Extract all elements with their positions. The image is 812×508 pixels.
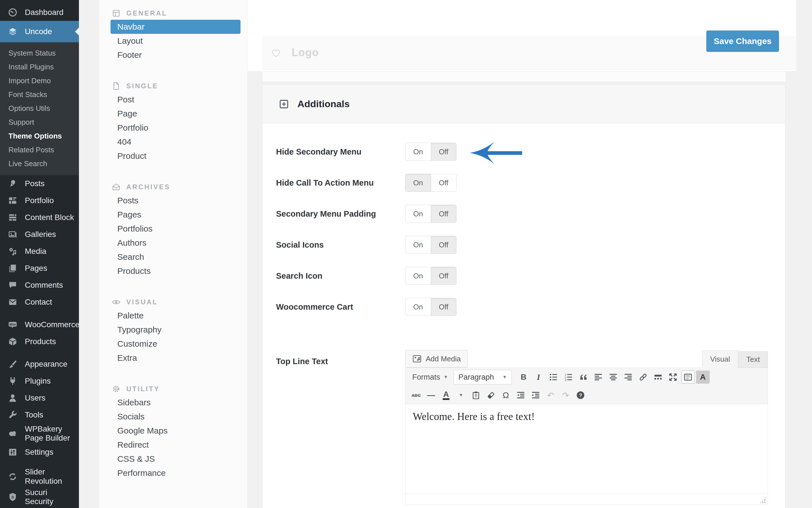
toggle-on-button[interactable]: On	[405, 174, 431, 192]
nav-item-search[interactable]: Search	[110, 250, 240, 264]
toggle-off-button[interactable]: Off	[431, 143, 456, 161]
sidebar-item-slider-revolution[interactable]: Slider Revolution	[0, 466, 79, 486]
nav-item-redirect[interactable]: Redirect	[110, 438, 240, 452]
help-button[interactable]: ?	[574, 389, 587, 401]
submenu-item-support[interactable]: Support	[0, 115, 79, 129]
nav-item-socials[interactable]: Socials	[110, 410, 240, 424]
nav-item-google-maps[interactable]: Google Maps	[110, 424, 240, 438]
redo-button[interactable]: ↷	[559, 389, 572, 401]
align-left-button[interactable]	[591, 371, 605, 384]
indent-button[interactable]	[529, 389, 542, 401]
sidebar-item-wpbakery-page-builder[interactable]: WPBakery Page Builder	[0, 423, 79, 444]
editor-content[interactable]: Welcome. Here is a free text!	[405, 404, 768, 494]
fullscreen-button[interactable]	[666, 371, 680, 384]
nav-item-customize[interactable]: Customize	[110, 337, 240, 351]
nav-item-extra[interactable]: Extra	[110, 351, 240, 365]
toggle-on-button[interactable]: On	[405, 143, 431, 161]
sidebar-item-products[interactable]: Products	[0, 333, 79, 350]
toggle-off-button[interactable]: Off	[431, 205, 456, 222]
outdent-button[interactable]	[514, 389, 528, 401]
paragraph-select[interactable]: Paragraph ▼	[454, 370, 512, 384]
collapse-plus-icon[interactable]	[278, 98, 289, 110]
horizontal-rule-button[interactable]: —	[424, 389, 438, 401]
sidebar-item-appearance[interactable]: Appearance	[0, 356, 79, 373]
color-caret-button[interactable]: ▼	[454, 389, 468, 401]
toggle-off-button[interactable]: Off	[431, 267, 456, 285]
toggle-off-button[interactable]: Off	[431, 298, 456, 315]
sidebar-item-posts[interactable]: Posts	[0, 175, 79, 192]
toggle-on-button[interactable]: On	[405, 267, 431, 285]
nav-item-product[interactable]: Product	[110, 149, 240, 163]
sidebar-item-uncode[interactable]: Uncode	[0, 21, 79, 42]
tab-visual[interactable]: Visual	[702, 350, 738, 368]
sidebar-item-users[interactable]: Users	[0, 389, 79, 407]
text-color-box-button[interactable]: A	[696, 371, 710, 384]
sidebar-item-contact[interactable]: Contact	[0, 294, 79, 310]
nav-item-page[interactable]: Page	[110, 107, 240, 121]
toolbar-toggle-button[interactable]	[681, 371, 695, 384]
align-center-button[interactable]	[606, 371, 620, 384]
nav-item-products[interactable]: Products	[110, 264, 240, 278]
toggle-on-button[interactable]: On	[405, 298, 431, 315]
bullet-list-button[interactable]	[547, 371, 560, 384]
align-right-button[interactable]	[621, 371, 635, 384]
sidebar-item-pages[interactable]: Pages	[0, 260, 79, 277]
submenu-item-import-demo[interactable]: Import Demo	[0, 74, 79, 88]
add-media-button[interactable]: Add Media	[405, 350, 468, 368]
clear-formatting-button[interactable]	[484, 389, 498, 401]
sidebar-item-settings[interactable]: Settings	[0, 444, 79, 461]
italic-button[interactable]: I	[532, 371, 545, 384]
sidebar-item-tools[interactable]: Tools	[0, 407, 79, 423]
submenu-item-install-plugins[interactable]: Install Plugins	[0, 60, 79, 74]
toggle-on-button[interactable]: On	[405, 205, 431, 222]
nav-item-authors[interactable]: Authors	[110, 236, 240, 250]
nav-item-404[interactable]: 404	[110, 135, 240, 149]
tab-text[interactable]: Text	[738, 351, 768, 368]
submenu-item-live-search[interactable]: Live Search	[0, 157, 79, 171]
nav-item-css-js[interactable]: CSS & JS	[110, 452, 240, 466]
submenu-item-font-stacks[interactable]: Font Stacks	[0, 88, 79, 101]
additionals-header[interactable]: Additionals	[263, 85, 785, 123]
strikethrough-button[interactable]: ABC	[409, 389, 423, 401]
submenu-item-options-utils[interactable]: Options Utils	[0, 101, 79, 115]
nav-item-portfolio[interactable]: Portfolio	[110, 121, 240, 135]
toggle-off-button[interactable]: Off	[431, 236, 456, 254]
numbered-list-button[interactable]: 123	[561, 371, 575, 384]
text-color-button[interactable]: A	[439, 389, 453, 401]
sidebar-item-portfolio[interactable]: Portfolio	[0, 192, 79, 209]
save-changes-button[interactable]: Save Changes	[706, 31, 779, 52]
sidebar-item-media[interactable]: Media	[0, 243, 79, 260]
sidebar-item-comments[interactable]: Comments	[0, 277, 79, 294]
nav-item-pages[interactable]: Pages	[110, 208, 240, 222]
formats-dropdown[interactable]: Formats ▼	[412, 373, 448, 382]
nav-item-posts[interactable]: Posts	[110, 194, 240, 208]
sidebar-item-galleries[interactable]: Galleries	[0, 226, 79, 243]
undo-button[interactable]: ↶	[544, 389, 557, 401]
bold-button[interactable]: B	[517, 371, 530, 384]
nav-item-palette[interactable]: Palette	[110, 308, 240, 323]
nav-item-typography[interactable]: Typography	[110, 323, 240, 337]
nav-item-portfolios[interactable]: Portfolios	[110, 222, 240, 236]
toggle-on-button[interactable]: On	[405, 236, 431, 254]
nav-item-footer[interactable]: Footer	[110, 48, 240, 62]
nav-item-post[interactable]: Post	[110, 92, 240, 107]
nav-item-performance[interactable]: Performance	[110, 466, 240, 480]
sidebar-item-dashboard[interactable]: Dashboard	[0, 4, 79, 21]
submenu-item-theme-options[interactable]: Theme Options	[0, 129, 79, 143]
toggle-off-button[interactable]: Off	[431, 174, 456, 192]
resize-grabber-icon[interactable]	[759, 497, 766, 503]
sidebar-item-sucuri-security[interactable]: SSucuri Security	[0, 487, 79, 507]
special-character-button[interactable]: Ω	[499, 389, 512, 401]
sidebar-item-content-block[interactable]: Content Block	[0, 209, 79, 226]
nav-item-navbar[interactable]: Navbar	[110, 20, 240, 34]
blockquote-button[interactable]	[577, 371, 590, 384]
sidebar-item-woocommerce[interactable]: WooWooCommerce	[0, 316, 79, 333]
nav-item-layout[interactable]: Layout	[110, 34, 240, 48]
sidebar-item-plugins[interactable]: Plugins	[0, 373, 79, 389]
nav-item-sidebars[interactable]: Sidebars	[110, 395, 240, 410]
submenu-item-related-posts[interactable]: Related Posts	[0, 143, 79, 157]
link-button[interactable]	[636, 371, 650, 384]
paste-as-text-button[interactable]: T	[469, 389, 483, 401]
submenu-item-system-status[interactable]: System Status	[0, 46, 79, 60]
read-more-button[interactable]	[651, 371, 665, 384]
